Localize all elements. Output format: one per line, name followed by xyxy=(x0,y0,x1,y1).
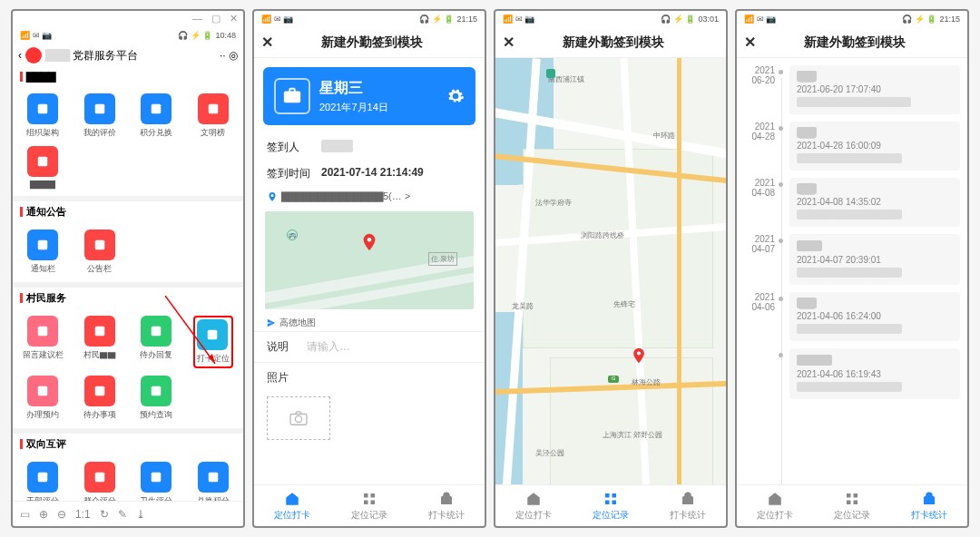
tool-edit-icon[interactable]: ✎ xyxy=(118,508,127,521)
metro-marker-icon xyxy=(546,69,555,78)
history-timestamp: 2021-04-07 20:39:01 xyxy=(797,255,953,265)
history-list[interactable]: 2021 06-20 ▇▇ 2021-06-20 17:07:40 ▇▇▇▇▇▇… xyxy=(737,58,967,484)
icon-label: 兑换积分 xyxy=(197,495,230,501)
tab-checkin[interactable]: 定位打卡 xyxy=(515,491,552,522)
win-min-icon[interactable]: — xyxy=(192,13,202,25)
big-map[interactable]: 南西浦江镇中环路法华学府寺浏阳路跨线桥龙吴路先锋宅林海公路上海滨江 郊野公园吴泾… xyxy=(495,58,726,484)
history-date: 2021 04-06 xyxy=(744,292,782,341)
tool-refresh-icon[interactable]: ↻ xyxy=(100,508,109,521)
mgmt-item[interactable]: 村民▇▇ xyxy=(72,312,129,372)
calendar-item[interactable]: 办理预约 xyxy=(15,372,72,425)
link-item[interactable]: ▇▇▇▇ xyxy=(15,142,72,192)
history-name: 刘▇ xyxy=(797,239,953,253)
svg-point-20 xyxy=(368,238,372,242)
hygiene-icon xyxy=(141,462,172,493)
tab-stats[interactable]: 打卡统计 xyxy=(428,491,465,522)
map-pin-icon xyxy=(630,347,648,368)
gear-icon[interactable] xyxy=(446,87,465,105)
icon-label: 待办回复 xyxy=(140,349,172,361)
reply-item[interactable]: 待办回复 xyxy=(128,312,185,372)
map-attribution: 高德地图 xyxy=(254,315,485,331)
tab-stats[interactable]: 打卡统计 xyxy=(670,491,706,522)
tab-records[interactable]: 定位记录 xyxy=(593,491,629,522)
tool-zoom-in-icon[interactable]: ⊕ xyxy=(39,508,48,521)
location-icon xyxy=(197,319,228,350)
history-card[interactable]: ▇▇ 2021-04-08 14:35:02 ▇▇▇▇▇▇▇▇街道… xyxy=(789,178,960,227)
swap-item[interactable]: 积分兑换 xyxy=(128,90,185,142)
history-card[interactable]: ▇▇ 2021-06-20 17:07:40 ▇▇▇▇▇▇▇▇▇▇企… xyxy=(789,65,960,114)
icon-label: 干部评分 xyxy=(26,495,59,501)
close-icon[interactable]: ✕ xyxy=(261,34,273,51)
page-header: ✕ 新建外勤签到模块 xyxy=(254,27,485,58)
svg-rect-13 xyxy=(152,386,162,396)
pending-item[interactable]: 待办事项 xyxy=(72,372,129,425)
svg-rect-25 xyxy=(364,500,368,504)
tab-checkin[interactable]: 定位打卡 xyxy=(274,491,310,522)
group-rate-item[interactable]: 群众评分 xyxy=(72,458,129,501)
map-label: 法华学府寺 xyxy=(535,198,572,208)
history-card[interactable]: 李▇▇ 2021-04-06 16:19:43 ▇▇▇▇▇▇▇▇街道… xyxy=(789,348,960,399)
close-icon[interactable]: ✕ xyxy=(503,34,514,51)
svg-rect-34 xyxy=(847,500,851,504)
desc-row[interactable]: 说明 请输入… xyxy=(254,331,485,362)
icon-label: 待办事项 xyxy=(83,409,116,421)
mgmt-icon xyxy=(84,316,115,347)
tab-records[interactable]: 定位记录 xyxy=(351,491,387,522)
history-row: 2021 06-20 ▇▇ 2021-06-20 17:07:40 ▇▇▇▇▇▇… xyxy=(737,62,967,118)
qr-item[interactable]: 我的评价 xyxy=(72,90,129,142)
svg-rect-11 xyxy=(38,386,48,396)
speaker-item[interactable]: 通知栏 xyxy=(15,226,72,278)
map-label: 龙吴路 xyxy=(512,301,534,311)
history-name: 李▇▇ xyxy=(797,354,953,367)
win-max-icon[interactable]: ▢ xyxy=(211,13,220,25)
user-rate-item[interactable]: 干部评分 xyxy=(15,458,72,501)
win-close-icon[interactable]: ✕ xyxy=(230,13,238,25)
tool-ratio-icon[interactable]: 1:1 xyxy=(75,508,91,521)
page-header: ✕ 新建外勤签到模块 xyxy=(495,27,726,58)
svg-rect-17 xyxy=(209,473,219,483)
map-label: 浏阳路跨线桥 xyxy=(581,230,624,240)
mini-map[interactable]: 住.泉坊 🚌 xyxy=(265,211,474,309)
tab-records[interactable]: 定位记录 xyxy=(834,491,870,522)
history-date: 2021 04-28 xyxy=(744,122,782,171)
history-card[interactable]: 刘▇ 2021-04-07 20:39:01 ▇▇▇▇▇▇▇▇▇金… xyxy=(789,234,960,285)
search2-item[interactable]: 预约查询 xyxy=(128,372,185,425)
qr-icon xyxy=(84,93,115,124)
org-icon xyxy=(27,93,58,124)
exchange-item[interactable]: 兑换积分 xyxy=(185,458,242,501)
history-card[interactable]: ▇▇ 2021-04-28 16:00:09 ▇▇▇▇▇▇▇▇镇天… xyxy=(789,122,960,171)
icon-label: 公告栏 xyxy=(87,263,112,275)
main-scroll[interactable]: ▇▇▇▇ 组织架构我的评价积分兑换文明榜▇▇▇▇ 通知公告 通知栏公告栏 村民服… xyxy=(13,67,243,501)
screen-1: — ▢ ✕ 📶 ✉ 📷 🎧 ⚡ 🔋10:48 ‹ ▇▇▇ 党群服务平台 ·· ◎… xyxy=(11,9,245,528)
org-item[interactable]: 组织架构 xyxy=(15,90,72,142)
photo-upload[interactable] xyxy=(267,396,330,440)
tab-checkin[interactable]: 定位打卡 xyxy=(757,491,793,522)
svg-rect-8 xyxy=(95,327,105,337)
trophy-item[interactable]: 文明榜 xyxy=(185,90,242,142)
mini-program-menu[interactable]: ·· ◎ xyxy=(220,49,238,62)
location-row[interactable]: ▇▇▇▇▇▇▇▇▇▇▇▇▇▇5(… > xyxy=(254,187,485,206)
history-date: 2021 06-20 xyxy=(744,65,782,114)
status-left: 📶 ✉ 📷 xyxy=(20,31,52,40)
svg-rect-32 xyxy=(847,493,851,498)
tool-download-icon[interactable]: ⤓ xyxy=(136,508,145,521)
history-date xyxy=(744,348,782,399)
tab-label: 定位记录 xyxy=(351,509,387,522)
icon-label: 我的评价 xyxy=(83,127,116,139)
close-icon[interactable]: ✕ xyxy=(744,34,756,51)
board-item[interactable]: 公告栏 xyxy=(72,226,129,278)
history-card[interactable]: ▇▇ 2021-04-06 16:24:00 ▇▇▇▇▇▇▇▇街道… xyxy=(789,292,960,341)
tab-stats[interactable]: 打卡统计 xyxy=(911,491,947,522)
icon-label: 卫生评分 xyxy=(140,495,172,501)
svg-rect-10 xyxy=(208,330,218,340)
svg-rect-1 xyxy=(95,104,105,114)
chat-item[interactable]: 留言建议栏 xyxy=(15,312,72,372)
status-bar: 📶 ✉ 📷 🎧 ⚡ 🔋21:15 xyxy=(254,11,485,27)
location-item[interactable]: 打卡定位 xyxy=(185,312,242,372)
tool-phone-icon[interactable]: ▭ xyxy=(20,508,30,521)
hygiene-item[interactable]: 卫生评分 xyxy=(128,458,185,501)
back-icon[interactable]: ‹ xyxy=(18,49,22,62)
status-time: 10:48 xyxy=(215,31,236,40)
tool-zoom-out-icon[interactable]: ⊖ xyxy=(57,508,66,521)
history-address: ▇▇▇▇▇▇▇▇街道… xyxy=(797,381,953,394)
